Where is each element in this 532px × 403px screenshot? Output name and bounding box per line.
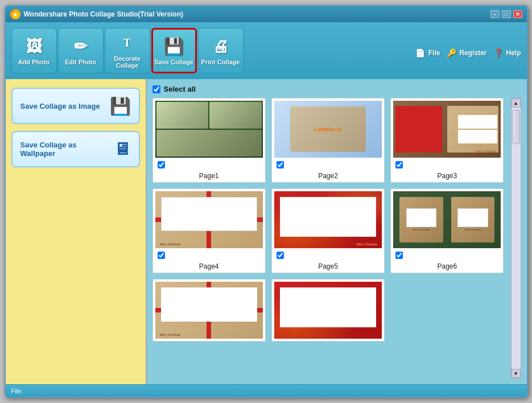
page3-checkbox[interactable] xyxy=(395,161,403,168)
save-as-wallpaper-label: Save Collage as Wallpaper xyxy=(20,141,114,158)
page1-photo2 xyxy=(209,102,262,129)
page-thumb-5: Merry Christmas xyxy=(274,191,382,248)
page3-christmas-text: Merry Christmas xyxy=(476,150,497,153)
decorate-collage-button[interactable]: T Decorate Collage xyxy=(105,28,150,73)
page4-text: Merry Christmas xyxy=(160,242,181,246)
save-collage-button[interactable]: 💾 Save Collage xyxy=(151,28,197,73)
page6-check-row xyxy=(393,250,501,260)
pages-grid: Page1 Lumpics.ru Page2 xyxy=(152,98,506,379)
page1-photo3 xyxy=(156,130,262,157)
page7-photo xyxy=(161,287,257,322)
pages-grid-wrapper: Page1 Lumpics.ru Page2 xyxy=(152,98,521,379)
close-button[interactable]: ✕ xyxy=(513,10,522,18)
app-icon: ★ xyxy=(10,9,20,19)
page-item-6: Merry Christmas Merry Christmas xyxy=(390,188,504,273)
register-menu-item[interactable]: 🔑 Register xyxy=(446,47,486,59)
page5-check-row xyxy=(274,250,382,260)
page6-book1-photo xyxy=(406,208,436,227)
page7-collage: Merry Christmas xyxy=(155,282,263,339)
page6-book2: Merry Christmas xyxy=(451,197,494,243)
save-as-image-label: Save Collage as Image xyxy=(20,102,110,110)
top-right-menu: 📄 File 🔑 Register ❓ Help xyxy=(415,43,521,59)
page5-checkbox[interactable] xyxy=(277,252,284,259)
save-as-image-button[interactable]: Save Collage as Image 💾 xyxy=(11,88,140,124)
select-all-label: Select all xyxy=(164,85,196,93)
edit-photo-button[interactable]: ✏ Edit Photo xyxy=(58,28,104,73)
page2-watermark: Lumpics.ru xyxy=(314,126,342,132)
app-window: ★ Wondershare Photo Collage Studio(Trial… xyxy=(5,5,528,398)
scrollbar-track[interactable]: ▲ ▼ xyxy=(511,98,521,379)
page4-collage: Merry Christmas xyxy=(155,191,263,248)
scrollbar-thumb[interactable] xyxy=(512,110,520,144)
add-photo-label: Add Photo xyxy=(18,59,50,65)
page4-label: Page4 xyxy=(199,262,219,270)
page3-collage: Merry Christmas xyxy=(393,101,501,158)
page5-collage: Merry Christmas xyxy=(274,191,382,248)
page3-label: Page3 xyxy=(437,172,457,180)
page2-label: Page2 xyxy=(318,172,338,180)
status-label: File: xyxy=(11,388,23,394)
print-collage-label: Print Collage xyxy=(201,59,240,65)
scrollbar-down-arrow[interactable]: ▼ xyxy=(512,369,521,378)
save-as-wallpaper-button[interactable]: Save Collage as Wallpaper 🖥 xyxy=(11,131,140,167)
register-label: Register xyxy=(459,49,486,57)
page-thumb-1 xyxy=(155,101,263,158)
title-bar: ★ Wondershare Photo Collage Studio(Trial… xyxy=(6,6,527,22)
page1-check-row xyxy=(155,160,263,170)
page2-checkbox[interactable] xyxy=(277,161,284,168)
register-icon: 🔑 xyxy=(446,47,457,59)
page-thumb-8 xyxy=(274,282,382,339)
page-item-8 xyxy=(271,279,385,342)
page3-cards: Merry Christmas xyxy=(447,106,499,153)
page-thumb-2: Lumpics.ru xyxy=(274,101,382,158)
save-as-image-icon: 💾 xyxy=(110,96,131,116)
page6-checkbox[interactable] xyxy=(395,252,403,259)
save-collage-label: Save Collage xyxy=(154,59,193,65)
page3-check-row xyxy=(393,160,501,170)
help-label: Help xyxy=(506,49,521,57)
page-item-1: Page1 xyxy=(152,98,266,183)
minimize-button[interactable]: – xyxy=(490,10,500,18)
toolbar: 🖼 Add Photo ✏ Edit Photo T Decorate Coll… xyxy=(6,22,527,79)
page1-checkbox[interactable] xyxy=(158,161,165,168)
page-thumb-6: Merry Christmas Merry Christmas xyxy=(393,191,501,248)
scrollbar-up-arrow[interactable]: ▲ xyxy=(512,98,521,108)
page-item-7: Merry Christmas xyxy=(152,279,266,342)
save-collage-icon: 💾 xyxy=(163,36,185,56)
page-item-3: Merry Christmas Page3 xyxy=(390,98,504,183)
page-thumb-7: Merry Christmas xyxy=(155,282,263,339)
page3-card1 xyxy=(458,115,497,129)
status-bar: File: xyxy=(6,384,527,397)
select-all-checkbox[interactable] xyxy=(152,85,160,93)
add-photo-icon: 🖼 xyxy=(23,36,46,56)
window-controls: – □ ✕ xyxy=(490,10,522,18)
page-item-2: Lumpics.ru Page2 xyxy=(271,98,385,183)
print-collage-button[interactable]: 🖨 Print Collage xyxy=(198,28,244,73)
page6-book2-photo xyxy=(457,208,488,227)
page-thumb-4: Merry Christmas xyxy=(155,191,263,248)
edit-photo-icon: ✏ xyxy=(69,36,92,56)
page1-photo1 xyxy=(156,102,209,129)
page3-card2 xyxy=(458,130,497,143)
file-icon: 📄 xyxy=(415,47,426,59)
page1-label: Page1 xyxy=(199,172,219,180)
file-menu-item[interactable]: 📄 File xyxy=(415,47,440,59)
page5-photo xyxy=(280,197,376,237)
page6-book2-text: Merry Christmas xyxy=(464,228,481,231)
page6-label: Page6 xyxy=(437,262,457,270)
page6-book1: Merry Christmas xyxy=(399,197,443,243)
title-bar-left: ★ Wondershare Photo Collage Studio(Trial… xyxy=(10,9,183,19)
menu-items: 📄 File 🔑 Register ❓ Help xyxy=(415,47,521,59)
main-area: Save Collage as Image 💾 Save Collage as … xyxy=(6,79,527,384)
save-as-wallpaper-icon: 🖥 xyxy=(114,139,131,159)
page-item-5: Merry Christmas Page5 xyxy=(271,188,385,273)
page2-check-row xyxy=(274,160,382,170)
add-photo-button[interactable]: 🖼 Add Photo xyxy=(11,28,57,73)
page-thumb-3: Merry Christmas xyxy=(393,101,501,158)
maximize-button[interactable]: □ xyxy=(502,10,511,18)
help-menu-item[interactable]: ❓ Help xyxy=(492,47,521,59)
file-label: File xyxy=(428,49,440,57)
page8-collage xyxy=(274,282,382,339)
page6-collage: Merry Christmas Merry Christmas xyxy=(393,191,501,248)
page4-checkbox[interactable] xyxy=(158,252,165,259)
